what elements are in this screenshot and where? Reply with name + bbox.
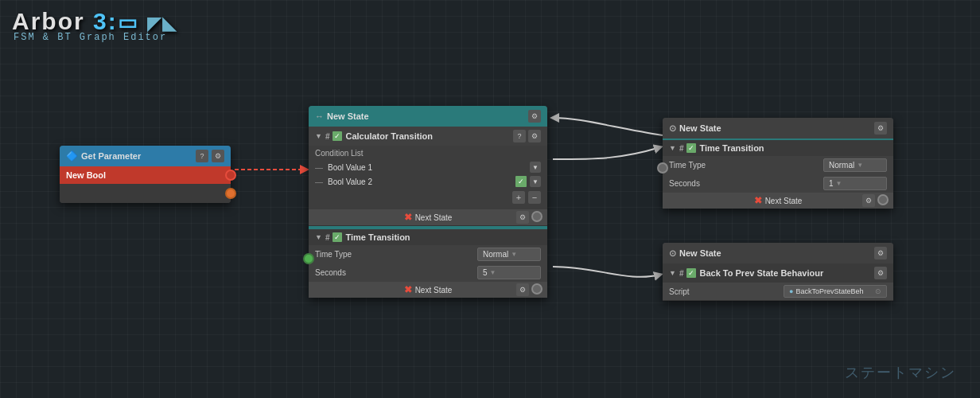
right-footer-connector bbox=[877, 194, 889, 205]
back-gear-icon[interactable]: ⚙ bbox=[874, 267, 887, 279]
right-state-1-title: New State bbox=[679, 123, 721, 133]
logo-subtitle: FSM & BT Graph Editor bbox=[14, 32, 177, 43]
get-parameter-header-right: ? ⚙ bbox=[196, 150, 224, 162]
calc-checkbox[interactable] bbox=[332, 131, 342, 141]
main-gear-icon[interactable]: ⚙ bbox=[528, 110, 541, 123]
time-transition-section: ▼ # Time Transition Time Type Normal ▼ S… bbox=[309, 226, 547, 298]
script-dot: ● bbox=[789, 287, 793, 295]
footer-gear-1[interactable]: ⚙ bbox=[516, 211, 529, 224]
calc-gear-icon[interactable]: ⚙ bbox=[528, 130, 541, 142]
x-icon-2: ✖ bbox=[404, 284, 412, 295]
output-connector-orange bbox=[225, 188, 236, 199]
right-seconds-row: Seconds 1 ▼ bbox=[663, 174, 893, 193]
right-state-2-header-right: ⚙ bbox=[874, 247, 887, 259]
calc-section-icons: ? ⚙ bbox=[513, 130, 541, 142]
back-to-prev-section: ▼ # Back To Prev State Behaviour ⚙ Scrip… bbox=[663, 263, 893, 301]
right-footer-gear[interactable]: ⚙ bbox=[862, 194, 875, 207]
cond1-icon: — bbox=[315, 163, 325, 172]
get-parameter-header: 🔷 Get Parameter ? ⚙ bbox=[60, 146, 231, 166]
next-state-2-label: ✖ Next State bbox=[404, 284, 453, 295]
cond1-dropdown[interactable]: ▼ bbox=[530, 162, 541, 173]
cond2-dropdown[interactable]: ▼ bbox=[530, 176, 541, 187]
condition-add-row: + − bbox=[315, 189, 541, 206]
time-transition-label: Time Transition bbox=[345, 232, 541, 242]
get-parameter-node: 🔷 Get Parameter ? ⚙ New Bool . bbox=[60, 146, 231, 203]
time-hash-icon: # bbox=[325, 233, 330, 242]
next-state-footer-1: ✖ Next State ⚙ bbox=[309, 209, 547, 225]
next-state-footer-2: ✖ Next State ⚙ bbox=[309, 282, 547, 298]
main-state-title: New State bbox=[327, 111, 369, 121]
x-icon-1: ✖ bbox=[404, 212, 412, 223]
footer-connector-1 bbox=[531, 211, 542, 222]
right1-link-icon: ⊙ bbox=[669, 123, 676, 134]
cond2-icon: — bbox=[315, 178, 325, 186]
right1-gear-icon[interactable]: ⚙ bbox=[874, 122, 887, 135]
main-state-header-right: ⚙ bbox=[528, 110, 541, 123]
right-state-2-title: New State bbox=[679, 248, 721, 258]
right-state-1-header: ⊙ New State ⚙ bbox=[663, 118, 893, 139]
right-state-1-header-left: ⊙ New State bbox=[669, 123, 721, 134]
right-seconds-value[interactable]: 1 ▼ bbox=[823, 177, 887, 190]
right-time-fields: Time Type Normal ▼ Seconds 1 ▼ bbox=[663, 156, 893, 193]
node-icon: 🔷 bbox=[66, 150, 78, 162]
time-type-row: Time Type Normal ▼ bbox=[309, 245, 547, 263]
seconds-value[interactable]: 5 ▼ bbox=[477, 266, 541, 279]
seconds-dropdown-icon: ▼ bbox=[490, 269, 496, 276]
script-row: Script ● BackToPrevStateBeh ⊙ bbox=[663, 283, 893, 300]
right2-link-icon: ⊙ bbox=[669, 248, 676, 259]
param-name: New Bool bbox=[66, 170, 106, 180]
next-state-1-label: ✖ Next State bbox=[404, 212, 453, 223]
script-label: Script bbox=[669, 287, 784, 296]
get-parameter-title: Get Parameter bbox=[81, 151, 141, 161]
footer-icons-1: ⚙ bbox=[516, 211, 542, 224]
cond2-check[interactable] bbox=[515, 176, 527, 187]
main-state-node: ↔ New State ⚙ ▼ # Calculator Transition … bbox=[309, 106, 547, 298]
remove-condition-btn[interactable]: − bbox=[528, 191, 541, 204]
calc-question-icon[interactable]: ? bbox=[513, 130, 526, 142]
right-time-type-row: Time Type Normal ▼ bbox=[663, 156, 893, 174]
right-time-label: Time Transition bbox=[699, 143, 887, 153]
back-checkbox[interactable] bbox=[686, 268, 696, 278]
right-state-2-header-left: ⊙ New State bbox=[669, 248, 721, 259]
logo-title: Arbor 3:▭ ◤◣ bbox=[12, 8, 177, 35]
right-time-hash: # bbox=[679, 144, 684, 153]
right-time-dropdown: ▼ bbox=[857, 162, 863, 169]
footer-connector-2 bbox=[531, 283, 542, 295]
link-icon: ↔ bbox=[315, 111, 324, 121]
time-triangle-icon: ▼ bbox=[315, 233, 322, 241]
get-parameter-header-left: 🔷 Get Parameter bbox=[66, 150, 141, 162]
seconds-label: Seconds bbox=[315, 268, 477, 277]
logo-area: Arbor 3:▭ ◤◣ FSM & BT Graph Editor bbox=[12, 8, 177, 43]
right-x-icon: ✖ bbox=[754, 195, 762, 206]
time-section-header: ▼ # Time Transition bbox=[309, 228, 547, 245]
footer-icons-2: ⚙ bbox=[516, 283, 542, 296]
right-state-2-node: ⊙ New State ⚙ ▼ # Back To Prev State Beh… bbox=[663, 243, 893, 301]
time-type-label: Time Type bbox=[315, 250, 477, 259]
right-next-label: ✖ Next State bbox=[754, 195, 803, 206]
right2-gear-icon[interactable]: ⚙ bbox=[874, 247, 887, 259]
gear-icon[interactable]: ⚙ bbox=[212, 150, 224, 162]
calculator-transition-section: ▼ # Calculator Transition ? ⚙ Condition … bbox=[309, 127, 547, 226]
main-state-header-left: ↔ New State bbox=[315, 111, 369, 121]
back-triangle: ▼ bbox=[669, 269, 676, 277]
condition-row-1: — Bool Value 1 ▼ bbox=[315, 160, 541, 174]
back-section-header: ▼ # Back To Prev State Behaviour ⚙ bbox=[663, 263, 893, 283]
right-time-type-label: Time Type bbox=[669, 161, 823, 170]
cond2-name: Bool Value 2 bbox=[328, 178, 512, 186]
right-seconds-label: Seconds bbox=[669, 179, 823, 188]
right-state-1-node: ⊙ New State ⚙ ▼ # Time Transition Time T… bbox=[663, 118, 893, 209]
right-time-checkbox[interactable] bbox=[686, 143, 696, 153]
right-state-1-header-right: ⚙ bbox=[874, 122, 887, 135]
cond1-name: Bool Value 1 bbox=[328, 163, 527, 172]
time-left-connector: Time Type Normal ▼ Seconds 5 ▼ bbox=[309, 245, 547, 282]
get-parameter-footer: . bbox=[60, 184, 231, 203]
footer-gear-2[interactable]: ⚙ bbox=[516, 283, 529, 296]
param-connector bbox=[225, 170, 236, 181]
time-checkbox[interactable] bbox=[332, 232, 342, 242]
seconds-row: Seconds 5 ▼ bbox=[309, 263, 547, 282]
right-time-type-value[interactable]: Normal ▼ bbox=[823, 158, 887, 172]
right-time-section: ▼ # Time Transition Time Type Normal ▼ S… bbox=[663, 139, 893, 209]
time-type-value[interactable]: Normal ▼ bbox=[477, 248, 541, 261]
question-icon[interactable]: ? bbox=[196, 150, 208, 162]
add-condition-btn[interactable]: + bbox=[512, 191, 525, 204]
